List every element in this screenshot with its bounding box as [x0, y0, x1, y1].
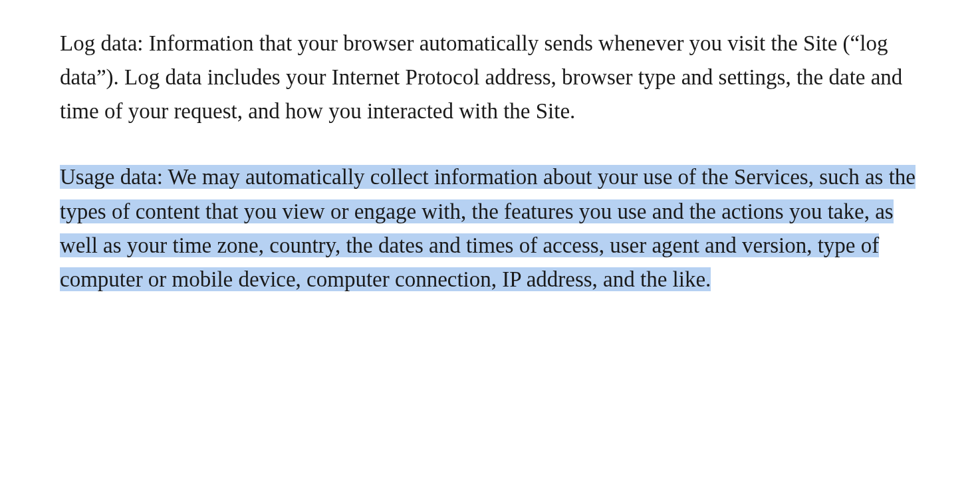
- paragraph-text: Log data: Information that your browser …: [60, 31, 902, 123]
- paragraph-usage-data: Usage data: We may automatically collect…: [60, 160, 920, 297]
- paragraph-log-data: Log data: Information that your browser …: [60, 27, 920, 128]
- paragraph-text-highlighted: Usage data: We may automatically collect…: [60, 165, 916, 291]
